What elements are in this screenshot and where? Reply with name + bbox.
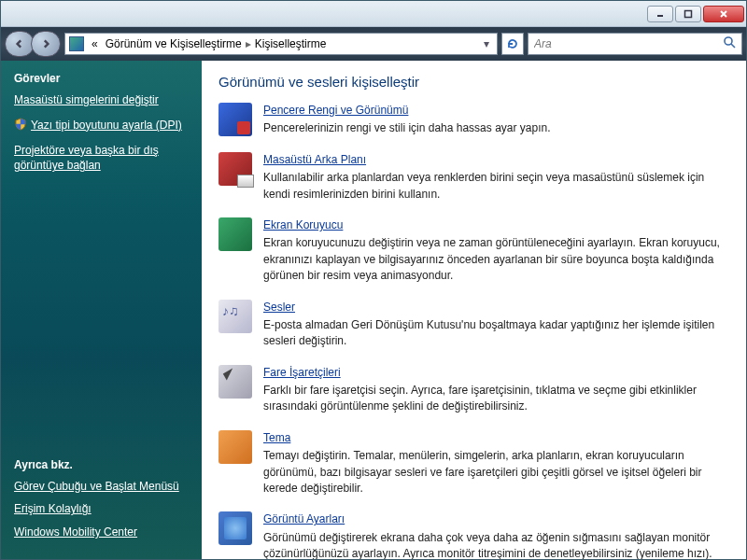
link-theme[interactable]: Tema xyxy=(263,430,290,446)
control-panel-window: « Görünüm ve Kişiselleştirme ▸ Kişiselle… xyxy=(0,0,747,560)
task-label: Erişim Kolaylığı xyxy=(14,501,92,517)
shield-icon xyxy=(14,118,27,131)
desc: Farklı bir fare işaretçisi seçin. Ayrıca… xyxy=(263,383,729,415)
screen-saver-icon xyxy=(218,217,252,251)
navbar: « Görünüm ve Kişiselleştirme ▸ Kişiselle… xyxy=(1,27,746,61)
link-mouse-pointers[interactable]: Fare İşaretçileri xyxy=(263,365,341,381)
address-bar[interactable]: « Görünüm ve Kişiselleştirme ▸ Kişiselle… xyxy=(64,33,498,55)
tasks-header: Görevler xyxy=(14,72,189,85)
desc: Pencerelerinizin rengi ve stili için dah… xyxy=(263,120,729,136)
see-mobility-center[interactable]: Windows Mobility Center xyxy=(14,525,189,540)
task-label: Projektöre veya başka bir dış görüntüye … xyxy=(14,143,189,175)
page-title: Görünümü ve sesleri kişiselleştir xyxy=(218,74,729,90)
see-ease-of-access[interactable]: Erişim Kolaylığı xyxy=(14,501,189,517)
mouse-pointers-icon xyxy=(218,365,252,399)
desktop-background-icon xyxy=(218,152,252,186)
refresh-button[interactable] xyxy=(501,33,524,55)
minimize-button[interactable] xyxy=(647,6,673,22)
breadcrumb-current[interactable]: Kişiselleştirme xyxy=(251,37,331,50)
task-label: Yazı tipi boyutunu ayarla (DPI) xyxy=(31,118,182,133)
main-content: Görünümü ve sesleri kişiselleştir Pencer… xyxy=(202,61,746,559)
desc: Kullanılabilir arka planlardan veya renk… xyxy=(263,170,729,203)
svg-rect-1 xyxy=(685,10,692,17)
svg-line-5 xyxy=(731,44,735,48)
see-taskbar[interactable]: Görev Çubuğu ve Başlat Menüsü xyxy=(14,479,189,495)
task-dpi[interactable]: Yazı tipi boyutunu ayarla (DPI) xyxy=(14,118,189,133)
nav-buttons xyxy=(5,31,61,57)
link-display-settings[interactable]: Görüntü Ayarları xyxy=(263,511,345,527)
body: Görevler Masaüstü simgelerini değiştir Y… xyxy=(1,61,746,559)
search-input[interactable] xyxy=(534,37,723,50)
window-color-icon xyxy=(218,103,252,136)
task-label: Masaüstü simgelerini değiştir xyxy=(14,92,159,108)
task-label: Görev Çubuğu ve Başlat Menüsü xyxy=(14,479,179,495)
desc: Ekran koruyucunuzu değiştirin veya ne za… xyxy=(263,235,729,284)
desc: Görünümü değiştirerek ekrana daha çok ve… xyxy=(263,530,729,559)
titlebar xyxy=(1,1,746,27)
link-sounds[interactable]: Sesler xyxy=(263,300,295,315)
personalization-icon xyxy=(69,36,84,51)
task-label: Windows Mobility Center xyxy=(14,525,137,540)
item-window-color: Pencere Rengi ve GörünümüPencerelerinizi… xyxy=(218,103,729,137)
see-also: Ayrıca bkz. Görev Çubuğu ve Başlat Menüs… xyxy=(14,458,189,548)
item-desktop-background: Masaüstü Arka PlanıKullanılabilir arka p… xyxy=(218,152,729,203)
task-projector[interactable]: Projektöre veya başka bir dış görüntüye … xyxy=(14,143,189,175)
item-theme: TemaTemayı değiştirin. Temalar, menüleri… xyxy=(218,430,729,497)
svg-point-4 xyxy=(725,37,732,45)
sounds-icon xyxy=(218,300,252,333)
spacer xyxy=(14,183,189,457)
display-settings-icon xyxy=(218,511,252,545)
link-screen-saver[interactable]: Ekran Koruyucu xyxy=(263,217,343,233)
search-icon[interactable] xyxy=(723,35,736,52)
breadcrumb-parent[interactable]: Görünüm ve Kişiselleştirme xyxy=(102,37,246,50)
breadcrumb-prefix[interactable]: « xyxy=(88,37,102,50)
maximize-button[interactable] xyxy=(675,6,701,22)
item-screen-saver: Ekran KoruyucuEkran koruyucunuzu değişti… xyxy=(218,217,729,285)
sidebar: Görevler Masaüstü simgelerini değiştir Y… xyxy=(1,61,202,559)
close-button[interactable] xyxy=(703,6,744,22)
item-sounds: SeslerE-posta almadan Geri Dönüşüm Kutus… xyxy=(218,300,729,350)
forward-button[interactable] xyxy=(31,31,61,57)
item-display-settings: Görüntü AyarlarıGörünümü değiştirerek ek… xyxy=(218,511,729,559)
search-box[interactable] xyxy=(528,33,742,55)
see-also-header: Ayrıca bkz. xyxy=(14,458,189,471)
theme-icon xyxy=(218,430,252,464)
task-desktop-icons[interactable]: Masaüstü simgelerini değiştir xyxy=(14,92,189,108)
link-desktop-background[interactable]: Masaüstü Arka Planı xyxy=(263,152,366,168)
desc: Temayı değiştirin. Temalar, menülerin, s… xyxy=(263,448,729,497)
item-mouse-pointers: Fare İşaretçileriFarklı bir fare işaretç… xyxy=(218,365,729,415)
link-window-color[interactable]: Pencere Rengi ve Görünümü xyxy=(263,103,408,119)
desc: E-posta almadan Geri Dönüşüm Kutusu'nu b… xyxy=(263,317,729,350)
address-dropdown[interactable]: ▾ xyxy=(480,37,493,50)
